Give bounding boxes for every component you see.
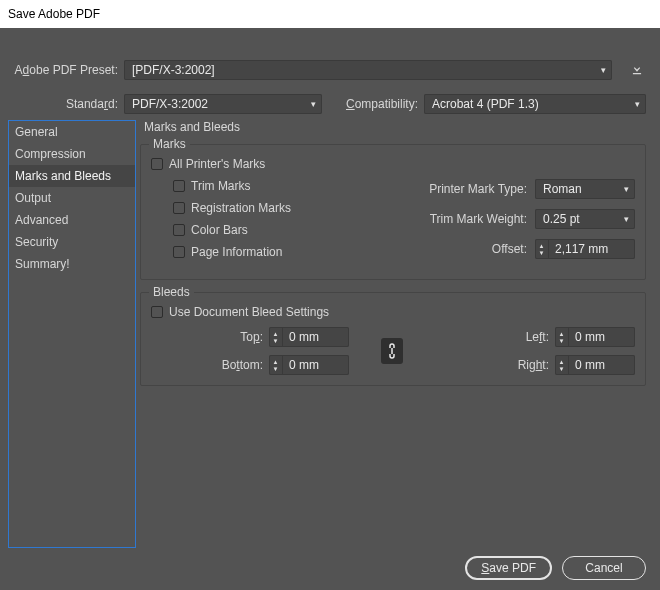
standard-compat-row: Standard: PDF/X-3:2002 ▾ Compatibility: … — [14, 94, 646, 114]
bleed-top-label: Top: — [240, 330, 263, 344]
bleeds-group: Bleeds Use Document Bleed Settings Top: … — [140, 292, 646, 386]
save-preset-icon[interactable] — [628, 60, 646, 78]
bleed-right-spinner[interactable]: ▲▼ 0 mm — [555, 355, 635, 375]
chevron-down-icon: ▾ — [311, 99, 316, 109]
checkbox-box — [173, 246, 185, 258]
bleeds-legend: Bleeds — [149, 285, 194, 299]
page-information-checkbox[interactable]: Page Information — [173, 245, 311, 259]
checkbox-box — [151, 306, 163, 318]
panel-title: Marks and Bleeds — [140, 120, 646, 134]
checkbox-label: All Printer's Marks — [169, 157, 265, 171]
checkbox-label: Registration Marks — [191, 201, 291, 215]
trim-marks-checkbox[interactable]: Trim Marks — [173, 179, 311, 193]
bleed-left-spinner[interactable]: ▲▼ 0 mm — [555, 327, 635, 347]
preset-row: Adobe PDF Preset: [PDF/X-3:2002] ▾ — [14, 60, 646, 80]
preset-value: [PDF/X-3:2002] — [132, 63, 215, 77]
printer-mark-type-select[interactable]: Roman ▾ — [535, 179, 635, 199]
chevron-down-icon: ▾ — [601, 65, 606, 75]
offset-label: Offset: — [492, 242, 527, 256]
sidebar-item[interactable]: Summary! — [9, 253, 135, 275]
bleed-right-label: Right: — [518, 358, 549, 372]
checkbox-box — [173, 202, 185, 214]
link-bleeds-icon[interactable] — [381, 338, 403, 364]
compat-select[interactable]: Acrobat 4 (PDF 1.3) ▾ — [424, 94, 646, 114]
save-pdf-button[interactable]: Save PDF — [465, 556, 552, 580]
all-printers-marks-checkbox[interactable]: All Printer's Marks — [151, 157, 635, 171]
sidebar-item[interactable]: Security — [9, 231, 135, 253]
sidebar-item[interactable]: Output — [9, 187, 135, 209]
offset-spinner[interactable]: ▲▼ 2,117 mm — [535, 239, 635, 259]
marks-group: Marks All Printer's Marks Trim Marks Reg… — [140, 144, 646, 280]
standard-value: PDF/X-3:2002 — [132, 97, 208, 111]
registration-marks-checkbox[interactable]: Registration Marks — [173, 201, 311, 215]
chevron-down-icon: ▾ — [624, 184, 629, 194]
sidebar-item[interactable]: Compression — [9, 143, 135, 165]
cancel-button[interactable]: Cancel — [562, 556, 646, 580]
standard-select[interactable]: PDF/X-3:2002 ▾ — [124, 94, 322, 114]
sidebar-item[interactable]: Marks and Bleeds — [9, 165, 135, 187]
use-document-bleed-checkbox[interactable]: Use Document Bleed Settings — [151, 305, 635, 319]
settings-panel: Marks and Bleeds Marks All Printer's Mar… — [140, 120, 646, 546]
checkbox-box — [173, 224, 185, 236]
color-bars-checkbox[interactable]: Color Bars — [173, 223, 311, 237]
checkbox-label: Color Bars — [191, 223, 248, 237]
window-title: Save Adobe PDF — [8, 7, 100, 21]
checkbox-label: Trim Marks — [191, 179, 251, 193]
standard-label: Standard: — [14, 97, 118, 111]
checkbox-box — [173, 180, 185, 192]
preset-select[interactable]: [PDF/X-3:2002] ▾ — [124, 60, 612, 80]
dialog-footer: Save PDF Cancel — [465, 556, 646, 580]
checkbox-box — [151, 158, 163, 170]
chevron-down-icon: ▾ — [624, 214, 629, 224]
compat-label: Compatibility: — [322, 97, 418, 111]
checkbox-label: Page Information — [191, 245, 282, 259]
trim-mark-weight-label: Trim Mark Weight: — [430, 212, 527, 226]
bleed-bottom-spinner[interactable]: ▲▼ 0 mm — [269, 355, 349, 375]
checkbox-label: Use Document Bleed Settings — [169, 305, 329, 319]
bleed-left-label: Left: — [526, 330, 549, 344]
sidebar-item[interactable]: Advanced — [9, 209, 135, 231]
bleed-top-spinner[interactable]: ▲▼ 0 mm — [269, 327, 349, 347]
chevron-down-icon: ▾ — [635, 99, 640, 109]
marks-legend: Marks — [149, 137, 190, 151]
bleed-bottom-label: Bottom: — [222, 358, 263, 372]
category-sidebar: GeneralCompressionMarks and BleedsOutput… — [8, 120, 136, 548]
dialog-body: Adobe PDF Preset: [PDF/X-3:2002] ▾ Stand… — [0, 28, 660, 590]
window-titlebar: Save Adobe PDF — [0, 0, 660, 28]
compat-value: Acrobat 4 (PDF 1.3) — [432, 97, 539, 111]
preset-label: Adobe PDF Preset: — [14, 63, 118, 77]
trim-mark-weight-select[interactable]: 0.25 pt ▾ — [535, 209, 635, 229]
sidebar-item[interactable]: General — [9, 121, 135, 143]
printer-mark-type-label: Printer Mark Type: — [429, 182, 527, 196]
